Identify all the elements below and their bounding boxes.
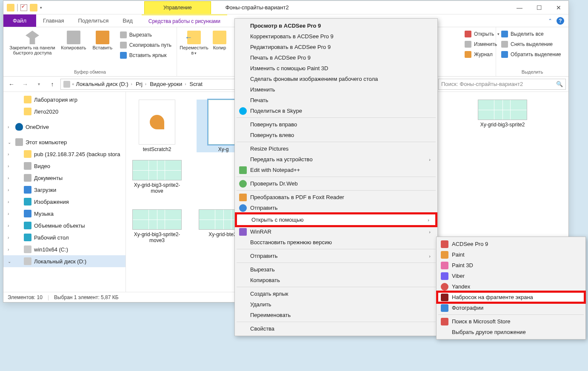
ctx-edit-acdsee[interactable]: Редактировать в ACDSee Pro 9	[236, 42, 437, 52]
file-item-testscratch2[interactable]: testScratch2	[130, 100, 184, 152]
tree-item-pub[interactable]: ›pub (192.168.37.245 (backup stora	[3, 148, 126, 160]
tree-item-summer[interactable]: Лето2020	[3, 106, 126, 117]
sub-snip-highlighted[interactable]: Набросок на фрагменте экрана	[437, 292, 585, 303]
tree-item-diskD[interactable]: ⌄Локальный диск (D:)	[3, 255, 126, 267]
ctx-send2[interactable]: Отправить›	[236, 251, 437, 261]
tree-item-thispc[interactable]: ⌄Этот компьютер	[3, 136, 126, 148]
sub-viber[interactable]: Viber	[437, 271, 585, 281]
sub-paint3d[interactable]: Paint 3D	[437, 260, 585, 271]
qat-properties-icon[interactable]	[20, 4, 27, 11]
ctx-print-acdsee[interactable]: Печать в ACDSee Pro 9	[236, 52, 437, 63]
close-button[interactable]: ✕	[549, 1, 568, 14]
paste-shortcut-button[interactable]: Вставить ярлык	[117, 51, 174, 60]
ctx-rotate-right[interactable]: Повернуть вправо	[236, 119, 437, 130]
ctx-paint3d-edit[interactable]: Изменить с помощью Paint 3D	[236, 63, 437, 74]
crumb-video[interactable]: Видое-уроки›	[150, 81, 188, 87]
ctx-foxit[interactable]: Преобразовать в PDF в Foxit Reader	[236, 192, 437, 203]
crumb-disk[interactable]: Локальный диск (D:)›	[76, 81, 134, 87]
file-item-sprite2-move[interactable]: Xy-grid-big3-sprite2-move	[130, 160, 184, 194]
nav-up-button[interactable]: ↑	[47, 79, 58, 90]
nav-tree[interactable]: Лаборатория игр Лето2020 ›OneDrive ⌄Этот…	[3, 92, 126, 292]
chevron-right-icon[interactable]: ›	[8, 247, 9, 252]
tree-item-lab[interactable]: Лаборатория игр	[3, 94, 126, 106]
chevron-right-icon[interactable]: ›	[8, 152, 9, 157]
ctx-notepadpp[interactable]: Edit with Notepad++	[236, 165, 437, 175]
chevron-right-icon[interactable]: ›	[8, 164, 9, 168]
invert-selection-button[interactable]: Обратить выделение	[499, 50, 564, 59]
chevron-right-icon[interactable]: ›	[8, 125, 9, 129]
tree-item-3dobjects[interactable]: ›Объемные объекты	[3, 220, 126, 231]
qat-dropdown-icon[interactable]: ▾	[40, 6, 42, 10]
ctx-print[interactable]: Печать	[236, 95, 437, 106]
file-item-sprite2[interactable]: Xy-grid-big3-sprite2	[476, 100, 529, 152]
sub-other-app[interactable]: Выбрать другое приложение	[437, 327, 585, 337]
qat-newfolder-icon[interactable]	[30, 4, 37, 11]
nav-back-button[interactable]: ←	[6, 79, 17, 90]
tab-home[interactable]: Главная	[36, 14, 71, 27]
ctx-resize[interactable]: Resize Pictures	[236, 143, 437, 154]
chevron-down-icon[interactable]: ⌄	[8, 140, 11, 145]
sub-yandex[interactable]: Yandex	[437, 281, 585, 292]
ctx-properties[interactable]: Свойства	[236, 323, 437, 334]
contextual-tab-manage[interactable]: Управление	[144, 1, 211, 14]
ribbon-collapse-icon[interactable]: ⌃	[548, 18, 552, 24]
ctx-send1[interactable]: Отправить	[236, 203, 437, 213]
tab-picture-tools[interactable]: Средства работы с рисунками	[142, 14, 227, 27]
tree-item-pictures[interactable]: ›Изображения	[3, 196, 126, 208]
chevron-right-icon[interactable]: ›	[8, 235, 9, 240]
tab-view[interactable]: Вид	[116, 14, 140, 27]
ctx-cast[interactable]: Передать на устройство›	[236, 154, 437, 165]
maximize-button[interactable]: ☐	[529, 1, 549, 14]
ctx-shortcut[interactable]: Создать ярлык	[236, 288, 437, 299]
file-item-sprite2-move3[interactable]: Xy-grid-big3-sprite2-move3	[130, 209, 184, 243]
nav-forward-button[interactable]: →	[20, 79, 31, 90]
chevron-right-icon[interactable]: ›	[8, 211, 9, 216]
nav-recent-button[interactable]: ▾	[33, 79, 44, 90]
ctx-winrar[interactable]: WinRAR›	[236, 226, 437, 237]
crumb-prj[interactable]: Prj›	[136, 81, 148, 87]
ctx-cut[interactable]: Вырезать	[236, 264, 437, 275]
chevron-right-icon[interactable]: ›	[8, 223, 9, 228]
select-all-button[interactable]: Выделить все	[499, 30, 564, 38]
tab-file[interactable]: Файл	[3, 14, 36, 27]
pin-quickaccess-button[interactable]: Закрепить на панели быстрого доступа	[6, 29, 59, 55]
sub-photos[interactable]: Фотографии	[437, 303, 585, 313]
chevron-right-icon[interactable]: ›	[129, 82, 134, 86]
chevron-down-icon[interactable]: ⌄	[8, 259, 11, 264]
move-to-button[interactable]: ← Переместить в▾	[180, 29, 208, 55]
ctx-wallpaper[interactable]: Сделать фоновым изображением рабочего ст…	[236, 74, 437, 84]
tree-item-videos[interactable]: ›Видео	[3, 160, 126, 172]
ctx-rename[interactable]: Переименовать	[236, 310, 437, 320]
copy-path-button[interactable]: Скопировать путь	[117, 41, 174, 49]
search-input[interactable]: Поиск: Фоны-спрайты-вариант2 🔍	[438, 79, 566, 90]
ctx-rotate-left[interactable]: Повернуть влево	[236, 130, 437, 140]
tab-share[interactable]: Поделиться	[71, 14, 116, 27]
ctx-skype[interactable]: Поделиться в Skype	[236, 106, 437, 116]
chevron-right-icon[interactable]: ›	[8, 188, 9, 192]
chevron-right-icon[interactable]: ›	[8, 176, 9, 180]
copy-button[interactable]: Копировать	[60, 29, 88, 50]
tree-item-documents[interactable]: ›Документы	[3, 172, 126, 184]
ctx-delete[interactable]: Удалить	[236, 299, 437, 310]
ctx-open-with[interactable]: Открыть с помощью›	[237, 214, 435, 225]
crumb-scratch[interactable]: Scrat	[190, 81, 203, 87]
sub-paint[interactable]: Paint	[437, 249, 585, 260]
ctx-edit[interactable]: Изменить	[236, 84, 437, 95]
chevron-right-icon[interactable]: ›	[183, 82, 188, 86]
sub-store[interactable]: Поиск в Microsoft Store	[437, 316, 585, 327]
chevron-right-icon[interactable]: ›	[8, 200, 9, 204]
ctx-correct-acdsee[interactable]: Корректировать в ACDSee Pro 9	[236, 31, 437, 42]
copy-to-button[interactable]: Копир	[209, 29, 230, 50]
chevron-right-icon[interactable]: ›	[143, 82, 148, 86]
tree-item-desktop[interactable]: ›Рабочий стол	[3, 231, 126, 243]
tree-item-music[interactable]: ›Музыка	[3, 208, 126, 220]
ctx-restore[interactable]: Восстановить прежнюю версию	[236, 237, 437, 248]
ctx-drweb[interactable]: Проверить Dr.Web	[236, 178, 437, 189]
ctx-copy[interactable]: Копировать	[236, 275, 437, 285]
tree-item-downloads[interactable]: ›Загрузки	[3, 184, 126, 196]
paste-button[interactable]: Вставить	[88, 29, 117, 50]
tree-item-win10[interactable]: ›win10x64 (C:)	[3, 243, 126, 255]
minimize-button[interactable]: —	[510, 1, 529, 14]
tree-item-onedrive[interactable]: ›OneDrive	[3, 121, 126, 133]
select-none-button[interactable]: Снять выделение	[499, 40, 564, 49]
